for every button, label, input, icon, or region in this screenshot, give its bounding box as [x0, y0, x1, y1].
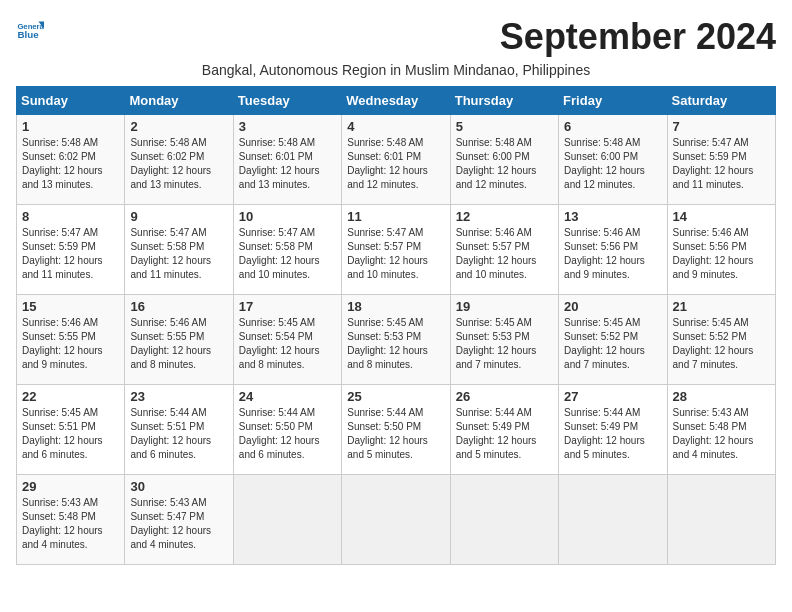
cell-info: Sunrise: 5:47 AM Sunset: 5:58 PM Dayligh… — [239, 226, 336, 282]
day-number: 8 — [22, 209, 119, 224]
calendar-cell — [450, 475, 558, 565]
calendar-cell: 8 Sunrise: 5:47 AM Sunset: 5:59 PM Dayli… — [17, 205, 125, 295]
calendar-cell: 18 Sunrise: 5:45 AM Sunset: 5:53 PM Dayl… — [342, 295, 450, 385]
day-number: 24 — [239, 389, 336, 404]
subtitle: Bangkal, Autonomous Region in Muslim Min… — [16, 62, 776, 78]
cell-info: Sunrise: 5:48 AM Sunset: 6:02 PM Dayligh… — [22, 136, 119, 192]
day-number: 3 — [239, 119, 336, 134]
day-number: 26 — [456, 389, 553, 404]
day-number: 6 — [564, 119, 661, 134]
weekday-header-wednesday: Wednesday — [342, 87, 450, 115]
day-number: 22 — [22, 389, 119, 404]
day-number: 23 — [130, 389, 227, 404]
cell-info: Sunrise: 5:44 AM Sunset: 5:51 PM Dayligh… — [130, 406, 227, 462]
day-number: 19 — [456, 299, 553, 314]
calendar-cell: 19 Sunrise: 5:45 AM Sunset: 5:53 PM Dayl… — [450, 295, 558, 385]
weekday-header-monday: Monday — [125, 87, 233, 115]
weekday-header-sunday: Sunday — [17, 87, 125, 115]
calendar-cell: 2 Sunrise: 5:48 AM Sunset: 6:02 PM Dayli… — [125, 115, 233, 205]
day-number: 14 — [673, 209, 770, 224]
day-number: 9 — [130, 209, 227, 224]
cell-info: Sunrise: 5:47 AM Sunset: 5:59 PM Dayligh… — [673, 136, 770, 192]
cell-info: Sunrise: 5:44 AM Sunset: 5:49 PM Dayligh… — [564, 406, 661, 462]
cell-info: Sunrise: 5:45 AM Sunset: 5:54 PM Dayligh… — [239, 316, 336, 372]
cell-info: Sunrise: 5:46 AM Sunset: 5:56 PM Dayligh… — [564, 226, 661, 282]
day-number: 21 — [673, 299, 770, 314]
calendar-cell: 26 Sunrise: 5:44 AM Sunset: 5:49 PM Dayl… — [450, 385, 558, 475]
cell-info: Sunrise: 5:48 AM Sunset: 6:00 PM Dayligh… — [456, 136, 553, 192]
calendar-cell — [667, 475, 775, 565]
svg-text:Blue: Blue — [17, 29, 39, 40]
cell-info: Sunrise: 5:48 AM Sunset: 6:01 PM Dayligh… — [239, 136, 336, 192]
day-number: 10 — [239, 209, 336, 224]
calendar-cell: 3 Sunrise: 5:48 AM Sunset: 6:01 PM Dayli… — [233, 115, 341, 205]
calendar-cell: 20 Sunrise: 5:45 AM Sunset: 5:52 PM Dayl… — [559, 295, 667, 385]
day-number: 17 — [239, 299, 336, 314]
cell-info: Sunrise: 5:46 AM Sunset: 5:56 PM Dayligh… — [673, 226, 770, 282]
weekday-header-tuesday: Tuesday — [233, 87, 341, 115]
calendar-cell: 24 Sunrise: 5:44 AM Sunset: 5:50 PM Dayl… — [233, 385, 341, 475]
month-title: September 2024 — [500, 16, 776, 58]
cell-info: Sunrise: 5:46 AM Sunset: 5:55 PM Dayligh… — [130, 316, 227, 372]
calendar-cell: 9 Sunrise: 5:47 AM Sunset: 5:58 PM Dayli… — [125, 205, 233, 295]
day-number: 4 — [347, 119, 444, 134]
cell-info: Sunrise: 5:47 AM Sunset: 5:58 PM Dayligh… — [130, 226, 227, 282]
day-number: 11 — [347, 209, 444, 224]
cell-info: Sunrise: 5:47 AM Sunset: 5:57 PM Dayligh… — [347, 226, 444, 282]
cell-info: Sunrise: 5:48 AM Sunset: 6:02 PM Dayligh… — [130, 136, 227, 192]
calendar-cell — [233, 475, 341, 565]
day-number: 16 — [130, 299, 227, 314]
cell-info: Sunrise: 5:45 AM Sunset: 5:51 PM Dayligh… — [22, 406, 119, 462]
cell-info: Sunrise: 5:43 AM Sunset: 5:47 PM Dayligh… — [130, 496, 227, 552]
cell-info: Sunrise: 5:44 AM Sunset: 5:50 PM Dayligh… — [239, 406, 336, 462]
day-number: 2 — [130, 119, 227, 134]
calendar-cell: 16 Sunrise: 5:46 AM Sunset: 5:55 PM Dayl… — [125, 295, 233, 385]
calendar-table: SundayMondayTuesdayWednesdayThursdayFrid… — [16, 86, 776, 565]
cell-info: Sunrise: 5:45 AM Sunset: 5:52 PM Dayligh… — [564, 316, 661, 372]
cell-info: Sunrise: 5:43 AM Sunset: 5:48 PM Dayligh… — [22, 496, 119, 552]
calendar-cell: 17 Sunrise: 5:45 AM Sunset: 5:54 PM Dayl… — [233, 295, 341, 385]
calendar-cell: 7 Sunrise: 5:47 AM Sunset: 5:59 PM Dayli… — [667, 115, 775, 205]
day-number: 27 — [564, 389, 661, 404]
day-number: 1 — [22, 119, 119, 134]
day-number: 20 — [564, 299, 661, 314]
calendar-cell: 14 Sunrise: 5:46 AM Sunset: 5:56 PM Dayl… — [667, 205, 775, 295]
day-number: 13 — [564, 209, 661, 224]
day-number: 30 — [130, 479, 227, 494]
calendar-cell: 12 Sunrise: 5:46 AM Sunset: 5:57 PM Dayl… — [450, 205, 558, 295]
cell-info: Sunrise: 5:44 AM Sunset: 5:50 PM Dayligh… — [347, 406, 444, 462]
calendar-cell: 28 Sunrise: 5:43 AM Sunset: 5:48 PM Dayl… — [667, 385, 775, 475]
cell-info: Sunrise: 5:48 AM Sunset: 6:01 PM Dayligh… — [347, 136, 444, 192]
calendar-cell: 22 Sunrise: 5:45 AM Sunset: 5:51 PM Dayl… — [17, 385, 125, 475]
calendar-cell: 15 Sunrise: 5:46 AM Sunset: 5:55 PM Dayl… — [17, 295, 125, 385]
calendar-cell: 5 Sunrise: 5:48 AM Sunset: 6:00 PM Dayli… — [450, 115, 558, 205]
calendar-cell: 10 Sunrise: 5:47 AM Sunset: 5:58 PM Dayl… — [233, 205, 341, 295]
day-number: 25 — [347, 389, 444, 404]
cell-info: Sunrise: 5:44 AM Sunset: 5:49 PM Dayligh… — [456, 406, 553, 462]
cell-info: Sunrise: 5:46 AM Sunset: 5:55 PM Dayligh… — [22, 316, 119, 372]
calendar-cell: 11 Sunrise: 5:47 AM Sunset: 5:57 PM Dayl… — [342, 205, 450, 295]
day-number: 12 — [456, 209, 553, 224]
cell-info: Sunrise: 5:45 AM Sunset: 5:53 PM Dayligh… — [456, 316, 553, 372]
day-number: 15 — [22, 299, 119, 314]
calendar-cell: 25 Sunrise: 5:44 AM Sunset: 5:50 PM Dayl… — [342, 385, 450, 475]
cell-info: Sunrise: 5:45 AM Sunset: 5:53 PM Dayligh… — [347, 316, 444, 372]
calendar-cell: 30 Sunrise: 5:43 AM Sunset: 5:47 PM Dayl… — [125, 475, 233, 565]
calendar-cell — [342, 475, 450, 565]
cell-info: Sunrise: 5:47 AM Sunset: 5:59 PM Dayligh… — [22, 226, 119, 282]
day-number: 18 — [347, 299, 444, 314]
calendar-cell: 21 Sunrise: 5:45 AM Sunset: 5:52 PM Dayl… — [667, 295, 775, 385]
day-number: 29 — [22, 479, 119, 494]
calendar-cell: 23 Sunrise: 5:44 AM Sunset: 5:51 PM Dayl… — [125, 385, 233, 475]
day-number: 28 — [673, 389, 770, 404]
weekday-header-thursday: Thursday — [450, 87, 558, 115]
cell-info: Sunrise: 5:45 AM Sunset: 5:52 PM Dayligh… — [673, 316, 770, 372]
cell-info: Sunrise: 5:46 AM Sunset: 5:57 PM Dayligh… — [456, 226, 553, 282]
logo: General Blue — [16, 16, 48, 44]
calendar-cell: 13 Sunrise: 5:46 AM Sunset: 5:56 PM Dayl… — [559, 205, 667, 295]
cell-info: Sunrise: 5:48 AM Sunset: 6:00 PM Dayligh… — [564, 136, 661, 192]
calendar-cell: 6 Sunrise: 5:48 AM Sunset: 6:00 PM Dayli… — [559, 115, 667, 205]
weekday-header-saturday: Saturday — [667, 87, 775, 115]
cell-info: Sunrise: 5:43 AM Sunset: 5:48 PM Dayligh… — [673, 406, 770, 462]
calendar-cell: 27 Sunrise: 5:44 AM Sunset: 5:49 PM Dayl… — [559, 385, 667, 475]
